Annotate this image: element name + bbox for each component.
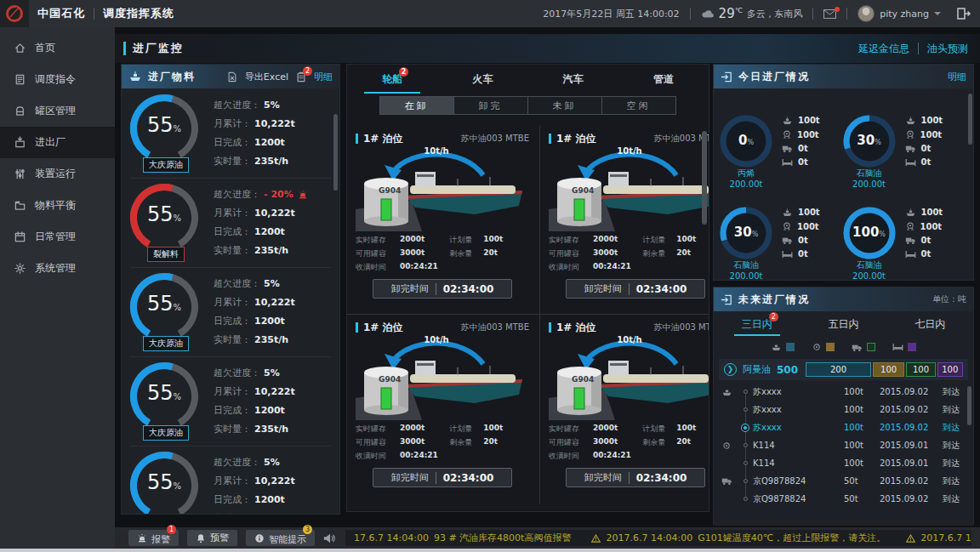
sidebar-item-tank-area[interactable]: 罐区管理 (0, 95, 115, 127)
sidebar-item-home[interactable]: 首页 (0, 32, 115, 64)
table-row[interactable]: K114 100t 2015.09.01 到达 (714, 436, 973, 454)
subtab-not-unloaded[interactable]: 未卸 (527, 96, 602, 115)
sidebar-item-material-balance[interactable]: 物料平衡 (0, 190, 115, 221)
sidebar-item-daily-management[interactable]: 日常管理 (0, 221, 115, 253)
delay-fee-link[interactable]: 延迟金信息 (858, 42, 909, 56)
subtab-unloading[interactable]: 在卸 (379, 96, 454, 115)
expand-button[interactable]: ❯ (724, 363, 737, 376)
subtab-idle[interactable]: 空闲 (601, 96, 676, 115)
stat-label: 月累计： (214, 296, 251, 309)
unload-time-button[interactable]: 卸完时间 02:34:00 (566, 279, 705, 299)
tab-pipeline[interactable]: 管道 (618, 65, 709, 94)
stat-value: 100t (483, 235, 503, 246)
tab-ship[interactable]: 轮船2 (347, 65, 437, 94)
subtab-unloaded[interactable]: 卸完 (453, 96, 528, 115)
table-row[interactable]: 京Q9878824 50t 2015.09.02 到达 (714, 490, 973, 508)
ship-icon (128, 71, 142, 82)
stat-value: 00:24:21 (593, 262, 631, 273)
export-excel-button[interactable]: 导出Excel (245, 71, 288, 83)
table-row[interactable]: 京Q9878824 50t 2015.09.02 到达 (714, 472, 973, 490)
smart-tips-button[interactable]: 智能提示3 (246, 530, 315, 546)
stat-value: 3000t (593, 437, 618, 448)
stat-label: 实时罐存 (549, 235, 593, 246)
speaker-icon[interactable] (323, 532, 337, 544)
future-incoming-panel: 未来进厂情况 单位：吨 三日内2 五日内 七日内 ❯ 阿曼油 500 200 (713, 287, 974, 525)
unload-time-button[interactable]: 卸完时间 02:34:00 (566, 468, 705, 487)
berth-accent-bar (356, 322, 358, 333)
stat-label: 超欠进度： (214, 277, 260, 290)
sidebar-item-dispatch-orders[interactable]: 调度指令 (0, 64, 115, 95)
gauge-name: 石脑油200.00t (835, 168, 903, 190)
stat-value: 2000t (400, 235, 424, 246)
stat-label: 剩余量 (449, 248, 483, 259)
future-scrollbar[interactable] (967, 386, 971, 425)
gauge-percent: 55% (128, 113, 200, 137)
sidebar-item-in-out-plant[interactable]: 进出厂 (0, 127, 115, 158)
truck-icon (782, 236, 793, 245)
materials-detail-link[interactable]: 明细 (314, 71, 333, 83)
stat-label: 实时量： (214, 512, 251, 514)
unload-time-label: 卸完时间 (391, 471, 429, 484)
unload-time-label: 卸完时间 (584, 282, 622, 295)
tab-truck[interactable]: 汽车 (528, 65, 618, 94)
stat-value: 10,222t (254, 118, 295, 129)
company-name: 中国石化 (37, 6, 85, 21)
oil-head-forecast-link[interactable]: 油头预测 (927, 42, 968, 56)
table-row[interactable]: K114 100t 2015.09.01 到达 (714, 454, 973, 472)
tab-5-days[interactable]: 五日内 (801, 311, 887, 337)
truck-icon (905, 144, 916, 153)
unload-time-button[interactable]: 卸完时间 02:34:00 (373, 468, 512, 487)
weather-widget: 29℃ 多云 , 东南风 (701, 6, 803, 21)
pipeline-icon (782, 158, 793, 167)
tab-7-days[interactable]: 七日内 (886, 311, 973, 337)
materials-list: 55% 大庆原油 超欠进度：5% 月累计：10,222t 日完成：1200t 实… (122, 88, 339, 514)
stat-label: 实时量： (214, 155, 251, 168)
message-button[interactable] (823, 9, 836, 19)
logout-button[interactable] (956, 7, 971, 20)
sidebar-item-system-management[interactable]: 系统管理 (0, 253, 115, 284)
unload-time-button[interactable]: 卸完时间 02:34:00 (373, 279, 512, 299)
today-scrollbar[interactable] (968, 94, 972, 145)
sidebar-item-unit-operation[interactable]: 装置运行 (0, 158, 115, 190)
center-scrollbar[interactable] (702, 131, 707, 225)
stat-label: 收满时间 (549, 451, 593, 462)
links-divider (918, 43, 919, 54)
warning-button[interactable]: 预警 (187, 530, 237, 546)
materials-alert-button[interactable]: 2 (296, 71, 306, 83)
today-detail-link[interactable]: 明细 (948, 71, 966, 83)
berth-monitor-panel: 轮船2 火车 汽车 管道 在卸 卸完 未卸 空闲 1# 泊位 苏中油003 MT… (346, 64, 709, 512)
sidebar-item-label: 罐区管理 (35, 104, 76, 118)
material-name-tag: 裂解料 (147, 247, 185, 262)
unload-time-label: 卸完时间 (584, 471, 622, 484)
truck-icon (852, 343, 863, 352)
tab-3-days[interactable]: 三日内2 (714, 311, 801, 337)
stat-label: 超欠进度： (214, 456, 260, 469)
table-row-selected[interactable]: 苏xxxx 100t 2015.09.02 到达 (714, 418, 973, 436)
stat-label: 收满时间 (356, 262, 400, 273)
tab-train[interactable]: 火车 (437, 65, 527, 94)
stat-value: 3000t (400, 437, 424, 448)
gear-icon (14, 262, 26, 275)
main-content: 进厂监控 延迟金信息 油头预测 进厂物料 导出Excel 2 明细 (115, 27, 980, 527)
table-row[interactable]: 苏xxxx 100t 2015.09.02 到达 (714, 401, 973, 418)
user-name: pity zhang (880, 9, 929, 20)
stat-value: 100t (797, 130, 819, 139)
table-row[interactable]: 苏xxxx 100t 2015.09.02 到达 (714, 383, 973, 401)
user-menu[interactable]: pity zhang (858, 5, 941, 22)
materials-scrollbar[interactable] (333, 114, 338, 191)
train-icon (721, 441, 732, 451)
legend-swatch-train (826, 343, 835, 351)
sinopec-logo-icon (5, 4, 24, 23)
tank-id-label: G904 (379, 375, 401, 384)
sidebar-item-label: 物料平衡 (35, 198, 76, 213)
timeline-dot (744, 497, 748, 501)
vessel-name: 苏中油003 MTBE (461, 322, 529, 333)
tab-badge: 2 (399, 67, 408, 77)
title-divider (94, 8, 94, 20)
stat-value: 235t/h (254, 245, 288, 256)
material-gauge: 55% 大庆原油 (128, 271, 203, 353)
sidebar-item-label: 装置运行 (35, 167, 76, 181)
alarm-button[interactable]: 报警1 (128, 530, 179, 546)
sidebar-nav: 首页 调度指令 罐区管理 进出厂 装置运行 物料平衡 日常管理 系统管理 (0, 27, 115, 549)
tips-badge: 3 (303, 525, 312, 534)
